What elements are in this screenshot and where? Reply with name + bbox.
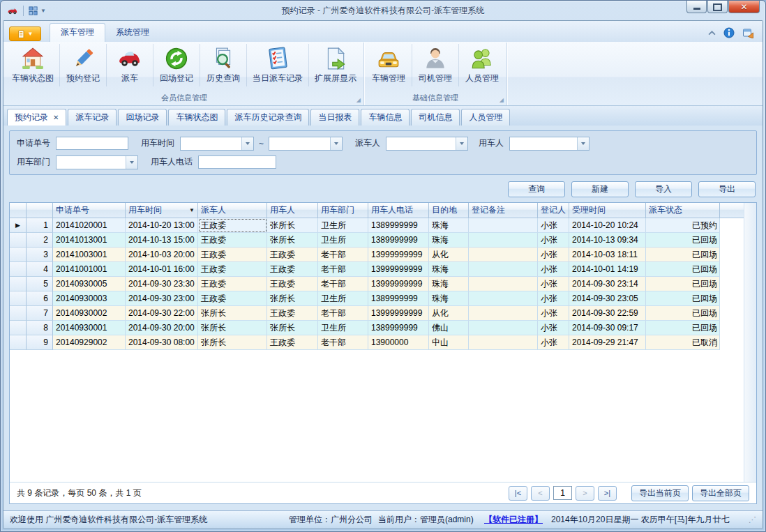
document-tab[interactable]: 人员管理 bbox=[461, 109, 510, 126]
cell-order[interactable]: 20141020001 bbox=[53, 218, 126, 233]
dispatcher-input[interactable] bbox=[386, 137, 456, 150]
cell-dispatcher[interactable]: 王政委 bbox=[198, 291, 267, 306]
quick-access-grid-icon[interactable] bbox=[28, 6, 38, 16]
cell-dest[interactable]: 珠海 bbox=[429, 262, 469, 277]
cell-remark[interactable] bbox=[469, 218, 538, 233]
column-header[interactable]: 登记人 bbox=[538, 203, 569, 218]
cell-order[interactable]: 20140930003 bbox=[53, 291, 126, 306]
ribbon-button[interactable]: 司机管理 bbox=[412, 44, 459, 86]
export-all-pages-button[interactable]: 导出全部页 bbox=[692, 485, 749, 501]
document-tab[interactable]: 当日报表 bbox=[310, 109, 359, 126]
resize-grip-icon[interactable]: ⋰ bbox=[749, 515, 756, 524]
cell-order[interactable]: 20140930002 bbox=[53, 306, 126, 321]
cell-dest[interactable]: 中山 bbox=[429, 335, 469, 350]
import-button[interactable]: 导入 bbox=[635, 181, 692, 197]
cell-phone[interactable]: 13999999999 bbox=[368, 262, 429, 277]
cell-dept[interactable]: 老干部 bbox=[318, 277, 368, 291]
cell-dest[interactable]: 珠海 bbox=[429, 277, 469, 291]
table-row[interactable]: 8201409300012014-09-30 20:00张所长张所长卫生所138… bbox=[10, 321, 744, 335]
cell-user[interactable]: 张所长 bbox=[267, 291, 318, 306]
cell-dept[interactable]: 老干部 bbox=[318, 248, 368, 262]
table-row[interactable]: 7201409300022014-09-30 22:00张所长王政委老干部139… bbox=[10, 306, 744, 321]
document-tab[interactable]: 预约记录✕ bbox=[7, 109, 66, 126]
use-time-from-input[interactable] bbox=[181, 137, 241, 150]
user-combo[interactable] bbox=[509, 137, 589, 151]
cell-user[interactable]: 王政委 bbox=[267, 248, 318, 262]
table-row[interactable]: 9201409290022014-09-30 08:00张所长王政委老干部139… bbox=[10, 335, 744, 350]
next-page-button[interactable]: > bbox=[576, 486, 594, 501]
column-header[interactable]: 用车人电话 bbox=[368, 203, 429, 218]
column-header[interactable]: 用车时间▼ bbox=[126, 203, 198, 218]
info-icon[interactable] bbox=[723, 27, 735, 38]
cell-registrar[interactable]: 小张 bbox=[538, 262, 569, 277]
column-header[interactable]: 派车人 bbox=[198, 203, 267, 218]
cell-time[interactable]: 2014-09-30 23:30 bbox=[126, 277, 198, 291]
cell-order[interactable]: 20140930005 bbox=[53, 277, 126, 291]
chevron-down-icon[interactable] bbox=[241, 137, 253, 150]
last-page-button[interactable]: >| bbox=[598, 486, 617, 501]
cell-registrar[interactable]: 小张 bbox=[538, 335, 569, 350]
cell-dispatcher[interactable]: 王政委 bbox=[198, 218, 267, 233]
dialog-launcher-icon[interactable]: ◢ bbox=[356, 98, 361, 103]
table-row[interactable]: 2201410130012014-10-13 15:00王政委张所长卫生所138… bbox=[10, 233, 744, 248]
cell-order[interactable]: 20140930001 bbox=[53, 321, 126, 335]
cell-remark[interactable] bbox=[469, 335, 538, 350]
cell-accepted[interactable]: 2014-09-30 22:59 bbox=[569, 306, 646, 321]
first-page-button[interactable]: |< bbox=[509, 486, 527, 501]
cell-time[interactable]: 2014-10-20 13:00 bbox=[126, 218, 198, 233]
cell-dispatcher[interactable]: 王政委 bbox=[198, 277, 267, 291]
cell-registrar[interactable]: 小张 bbox=[538, 248, 569, 262]
cell-dept[interactable]: 卫生所 bbox=[318, 321, 368, 335]
document-tab[interactable]: 车辆状态图 bbox=[168, 109, 225, 126]
query-button[interactable]: 查询 bbox=[508, 181, 565, 197]
cell-registrar[interactable]: 小张 bbox=[538, 277, 569, 291]
cell-phone[interactable]: 1389999999 bbox=[368, 291, 429, 306]
ribbon-button[interactable]: 扩展屏显示 bbox=[309, 44, 362, 86]
cell-registrar[interactable]: 小张 bbox=[538, 321, 569, 335]
document-tab[interactable]: 派车记录 bbox=[68, 109, 117, 126]
cell-user[interactable]: 张所长 bbox=[267, 233, 318, 248]
collapse-ribbon-icon[interactable] bbox=[708, 31, 716, 36]
cell-user[interactable]: 王政委 bbox=[267, 277, 318, 291]
cell-order[interactable]: 20141001001 bbox=[53, 262, 126, 277]
chevron-down-icon[interactable] bbox=[577, 137, 589, 150]
cell-dest[interactable]: 佛山 bbox=[429, 321, 469, 335]
ribbon-tab[interactable]: 派车管理 bbox=[50, 23, 105, 42]
cell-phone[interactable]: 13999999999 bbox=[368, 306, 429, 321]
ribbon-button[interactable]: 回场登记 bbox=[153, 44, 200, 86]
cell-user[interactable]: 王政委 bbox=[267, 335, 318, 350]
document-tab[interactable]: 司机信息 bbox=[411, 109, 460, 126]
close-tab-icon[interactable]: ✕ bbox=[53, 114, 59, 121]
table-row[interactable]: 3201410030012014-10-03 20:00王政委王政委老干部139… bbox=[10, 248, 744, 262]
cell-time[interactable]: 2014-10-13 15:00 bbox=[126, 233, 198, 248]
cell-dest[interactable]: 珠海 bbox=[429, 291, 469, 306]
column-header[interactable]: 用车人 bbox=[267, 203, 318, 218]
cell-registrar[interactable]: 小张 bbox=[538, 218, 569, 233]
cell-accepted[interactable]: 2014-09-30 23:05 bbox=[569, 291, 646, 306]
table-row[interactable]: 6201409300032014-09-30 23:00王政委张所长卫生所138… bbox=[10, 291, 744, 306]
cell-time[interactable]: 2014-09-30 23:00 bbox=[126, 291, 198, 306]
cell-phone[interactable]: 1389999999 bbox=[368, 321, 429, 335]
use-time-from-combo[interactable] bbox=[180, 137, 254, 151]
cell-dispatcher[interactable]: 张所长 bbox=[198, 321, 267, 335]
cell-user[interactable]: 张所长 bbox=[267, 218, 318, 233]
maximize-button[interactable] bbox=[707, 1, 728, 13]
cell-time[interactable]: 2014-09-30 20:00 bbox=[126, 321, 198, 335]
cell-accepted[interactable]: 2014-10-01 14:19 bbox=[569, 262, 646, 277]
ribbon-button[interactable]: 当日派车记录 bbox=[247, 44, 309, 86]
table-row[interactable]: 5201409300052014-09-30 23:30王政委王政委老干部139… bbox=[10, 277, 744, 291]
cell-time[interactable]: 2014-10-03 20:00 bbox=[126, 248, 198, 262]
document-tab[interactable]: 回场记录 bbox=[118, 109, 167, 126]
cell-accepted[interactable]: 2014-10-03 18:11 bbox=[569, 248, 646, 262]
cell-dept[interactable]: 卫生所 bbox=[318, 233, 368, 248]
dept-combo[interactable] bbox=[56, 155, 138, 169]
export-button[interactable]: 导出 bbox=[698, 181, 756, 197]
cell-status[interactable]: 已回场 bbox=[646, 248, 720, 262]
cell-status[interactable]: 已预约 bbox=[646, 218, 720, 233]
column-header[interactable]: 受理时间 bbox=[569, 203, 646, 218]
cell-accepted[interactable]: 2014-10-20 10:24 bbox=[569, 218, 646, 233]
application-menu-button[interactable]: ▼ bbox=[9, 26, 41, 41]
cell-dept[interactable]: 卫生所 bbox=[318, 291, 368, 306]
cell-dept[interactable]: 老干部 bbox=[318, 306, 368, 321]
cell-dept[interactable]: 卫生所 bbox=[318, 218, 368, 233]
